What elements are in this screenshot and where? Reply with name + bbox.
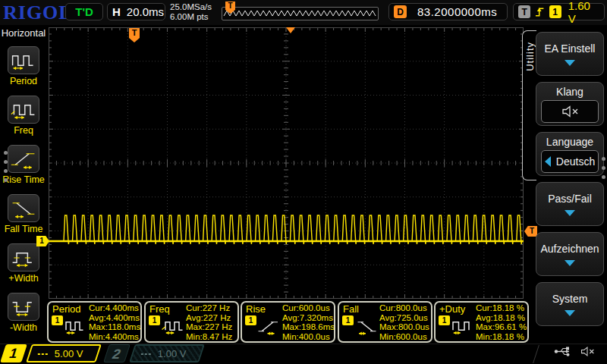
avg-value: Avg:725.0us [379,313,429,323]
freq-icon [161,316,184,336]
trigger-label: T [518,5,530,18]
trigger-status-text: T'D [75,5,93,18]
language-button[interactable]: Language Deutsch [536,132,604,176]
speaker-muted-icon [561,105,579,118]
acquisition-info: 25.0MSa/s 6.00M pts [170,2,212,22]
freq-icon [10,99,37,121]
fall-time-icon [354,316,377,336]
min-value: Min:18.18 % [476,332,527,342]
avg-value: Avg:7.320ms [282,313,335,323]
chevron-down-icon [565,310,575,316]
period-label: Period [0,76,47,86]
cur-value: Cur:600.0us [282,303,335,313]
cur-value: Cur:4.400ms [89,303,140,313]
plus-duty-icon [451,316,473,336]
horizontal-timebase-badge[interactable]: H 20.0ms [107,3,165,20]
io-setup-label: EA Einstell [545,42,596,55]
menu-item-fall-time[interactable]: Fall Time [0,194,47,234]
delay-value: 83.2000000ms [417,5,497,18]
sound-button[interactable]: Klang [536,82,604,126]
trigger-source-badge: 1 [549,5,561,18]
menu-item-minus-width[interactable]: -Width [0,293,47,333]
source-badge: 1 [149,315,160,325]
record-label: Aufzeichnen [540,243,599,255]
delay-badge: D 83.2000000ms [388,3,508,20]
chevron-down-icon [565,210,575,216]
system-status-icons [554,346,595,357]
fall-time-icon [10,198,37,219]
memory-depth: 6.00M pts [170,12,212,22]
chevron-left-icon [545,156,551,167]
menu-item-period[interactable]: Period [0,46,47,86]
channel2-scale: 1.00 V [158,348,187,359]
pass-fail-label: Pass/Fail [548,193,592,205]
plus-width-button[interactable] [8,243,39,271]
fall-time-button[interactable] [8,194,39,222]
minus-width-label: -Width [0,322,47,333]
measurement-name: Fall [343,303,359,315]
channel2-scale-badge[interactable]: 1.00 V [129,344,205,362]
menu-item-freq[interactable]: Freq [0,96,47,136]
trigger-level-value: 1.60 V [568,0,599,25]
measurement-name: Freq [149,303,170,315]
measurement-fall: Fall 1 Cur:800.0us Avg:725.0us Max:800.0… [338,301,432,343]
rigol-logo: RIGOL [3,2,73,24]
source-badge: 1 [439,315,450,325]
channel1-scale: 5.00 V [55,348,83,359]
language-select[interactable]: Deutsch [541,150,599,173]
oscilloscope-screen: RIGOL T'D H 20.0ms 25.0MSa/s 6.00M pts T… [0,0,607,364]
minus-width-icon [10,297,37,318]
language-value: Deutsch [556,155,595,168]
min-value: Min:4.400ms [89,332,140,342]
avg-value: Avg:4.400ms [89,313,140,323]
record-button[interactable]: Aufzeichnen [536,232,604,276]
dc-coupling-icon [141,353,152,354]
max-value: Max:118.0ms [89,322,140,332]
io-setup-button[interactable]: EA Einstell [536,32,604,76]
freq-button[interactable] [8,96,39,124]
channel1-ground-marker-icon: 1 [36,236,49,246]
measurement-name: Period [52,303,81,315]
delay-label: D [394,5,407,18]
measurement-name: +Duty [439,303,465,315]
system-button[interactable]: System [536,282,604,326]
pass-fail-button[interactable]: Pass/Fail [536,182,604,226]
usb-icon [554,346,574,357]
minus-width-button[interactable] [8,293,39,321]
rise-time-icon [10,149,37,170]
trigger-level-marker-icon: T [524,226,537,237]
min-value: Min:400.0us [282,332,335,342]
min-value: Min:8.47 Hz [186,332,232,342]
measurement-rise: Rise 1 Cur:600.0us Avg:7.320ms Max:198.6… [241,301,335,343]
period-icon [64,316,86,336]
trigger-status-badge: T'D [65,3,103,20]
period-icon [10,50,37,71]
measurement-plus-duty: +Duty 1 Cur:18.18 % Avg:18.18 % Max:96.6… [434,301,529,343]
plus-width-label: +Width [0,273,47,284]
menu-item-plus-width[interactable]: +Width [0,243,47,284]
period-button[interactable] [8,46,39,74]
preview-waveform [222,8,378,20]
measurement-freq: Freq 1 Cur:227 Hz Avg:227 Hz Max:227 Hz … [144,301,239,343]
sound-label: Klang [556,86,583,98]
avg-value: Avg:18.18 % [476,313,527,323]
cur-value: Cur:800.0us [379,303,429,313]
fall-time-label: Fall Time [0,224,47,234]
sound-toggle[interactable] [541,100,599,123]
utility-tab-label: Utility [524,42,536,71]
rise-time-button[interactable] [8,145,39,173]
min-value: Min:600.0us [379,332,429,342]
chevron-down-icon [565,260,575,266]
channel1-scale-badge[interactable]: 5.00 V [26,344,102,362]
source-badge: 1 [52,315,63,325]
horizontal-label: H [112,5,121,18]
horizontal-reference-marker-icon [286,27,295,33]
timebase-value: 20.0ms [127,5,164,18]
cur-value: Cur:227 Hz [186,303,232,313]
measurement-period: Period 1 Cur:4.400ms Avg:4.400ms Max:118… [47,301,142,343]
cur-value: Cur:18.18 % [476,303,527,313]
max-value: Max:227 Hz [186,322,232,332]
rising-edge-icon [535,6,544,17]
waveform-preview-bar [222,7,379,20]
trigger-badge: T 1 1.60 V [513,3,605,20]
